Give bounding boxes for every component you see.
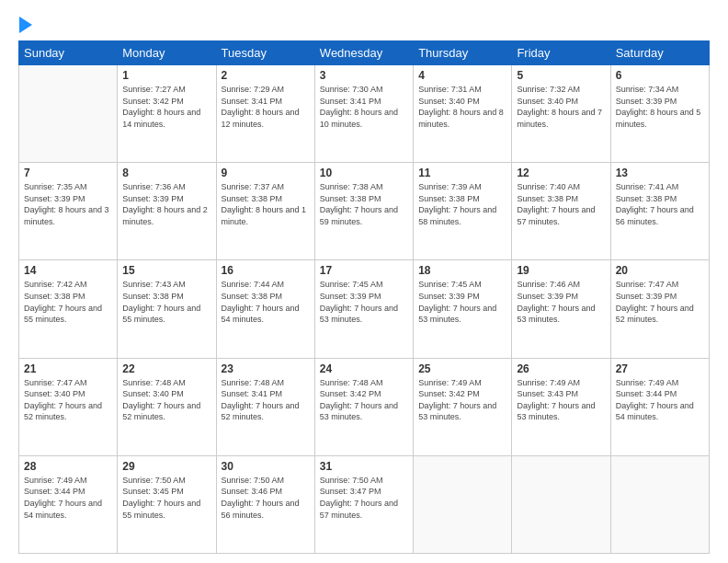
cell-date-number: 7 [24, 167, 112, 179]
cell-info: Sunrise: 7:48 AMSunset: 3:41 PMDaylight:… [222, 377, 310, 423]
cell-date-number: 11 [418, 167, 506, 179]
calendar-cell: 7Sunrise: 7:35 AMSunset: 3:39 PMDaylight… [19, 163, 118, 260]
cell-date-number: 5 [517, 69, 605, 82]
logo [18, 17, 32, 33]
cell-info: Sunrise: 7:46 AMSunset: 3:39 PMDaylight:… [517, 279, 605, 325]
cell-date-number: 17 [320, 264, 408, 277]
cell-info: Sunrise: 7:48 AMSunset: 3:40 PMDaylight:… [122, 377, 210, 423]
cell-date-number: 9 [222, 167, 310, 179]
cell-info: Sunrise: 7:50 AMSunset: 3:47 PMDaylight:… [320, 475, 408, 521]
cell-date-number: 3 [320, 69, 408, 82]
calendar-cell: 27Sunrise: 7:49 AMSunset: 3:44 PMDayligh… [610, 358, 709, 455]
cell-date-number: 26 [517, 362, 605, 375]
cell-info: Sunrise: 7:31 AMSunset: 3:40 PMDaylight:… [418, 84, 506, 130]
cell-date-number: 30 [222, 460, 310, 473]
cell-date-number: 1 [122, 69, 210, 82]
cell-info: Sunrise: 7:35 AMSunset: 3:39 PMDaylight:… [24, 181, 112, 227]
cell-info: Sunrise: 7:40 AMSunset: 3:38 PMDaylight:… [517, 181, 605, 227]
cell-date-number: 13 [616, 167, 704, 179]
calendar-week-2: 14Sunrise: 7:42 AMSunset: 3:38 PMDayligh… [19, 260, 710, 358]
calendar-cell: 31Sunrise: 7:50 AMSunset: 3:47 PMDayligh… [314, 455, 413, 553]
cell-info: Sunrise: 7:42 AMSunset: 3:38 PMDaylight:… [24, 279, 112, 325]
calendar-cell: 20Sunrise: 7:47 AMSunset: 3:39 PMDayligh… [610, 260, 709, 358]
calendar-cell: 5Sunrise: 7:32 AMSunset: 3:40 PMDaylight… [512, 65, 610, 163]
calendar-cell [512, 455, 610, 553]
calendar-cell: 13Sunrise: 7:41 AMSunset: 3:38 PMDayligh… [610, 163, 709, 260]
calendar-cell: 9Sunrise: 7:37 AMSunset: 3:38 PMDaylight… [216, 163, 314, 260]
cell-info: Sunrise: 7:41 AMSunset: 3:38 PMDaylight:… [616, 181, 704, 227]
calendar-week-1: 7Sunrise: 7:35 AMSunset: 3:39 PMDaylight… [19, 163, 710, 260]
weekday-header-thursday: Thursday [414, 41, 512, 65]
cell-date-number: 2 [222, 69, 310, 82]
calendar-header-row: SundayMondayTuesdayWednesdayThursdayFrid… [19, 41, 710, 65]
logo-container [18, 17, 32, 33]
calendar-cell: 14Sunrise: 7:42 AMSunset: 3:38 PMDayligh… [19, 260, 118, 358]
cell-date-number: 15 [122, 264, 210, 277]
calendar-cell: 30Sunrise: 7:50 AMSunset: 3:46 PMDayligh… [216, 455, 314, 553]
cell-date-number: 21 [24, 362, 112, 375]
calendar-cell: 3Sunrise: 7:30 AMSunset: 3:41 PMDaylight… [314, 65, 413, 163]
cell-info: Sunrise: 7:39 AMSunset: 3:38 PMDaylight:… [418, 181, 506, 227]
cell-date-number: 31 [320, 460, 408, 473]
cell-info: Sunrise: 7:47 AMSunset: 3:39 PMDaylight:… [616, 279, 704, 325]
calendar-cell: 2Sunrise: 7:29 AMSunset: 3:41 PMDaylight… [216, 65, 314, 163]
calendar-week-4: 28Sunrise: 7:49 AMSunset: 3:44 PMDayligh… [19, 455, 710, 553]
cell-date-number: 23 [222, 362, 310, 375]
page: SundayMondayTuesdayWednesdayThursdayFrid… [0, 0, 728, 563]
cell-date-number: 14 [24, 264, 112, 277]
cell-info: Sunrise: 7:43 AMSunset: 3:38 PMDaylight:… [122, 279, 210, 325]
calendar-cell: 4Sunrise: 7:31 AMSunset: 3:40 PMDaylight… [414, 65, 512, 163]
cell-date-number: 29 [122, 460, 210, 473]
cell-date-number: 12 [517, 167, 605, 179]
weekday-header-wednesday: Wednesday [314, 41, 413, 65]
calendar-cell: 11Sunrise: 7:39 AMSunset: 3:38 PMDayligh… [414, 163, 512, 260]
cell-info: Sunrise: 7:50 AMSunset: 3:46 PMDaylight:… [222, 475, 310, 521]
cell-info: Sunrise: 7:50 AMSunset: 3:45 PMDaylight:… [122, 475, 210, 521]
cell-info: Sunrise: 7:49 AMSunset: 3:43 PMDaylight:… [517, 377, 605, 423]
logo-arrow-icon [19, 17, 32, 33]
cell-info: Sunrise: 7:29 AMSunset: 3:41 PMDaylight:… [222, 84, 310, 130]
cell-info: Sunrise: 7:47 AMSunset: 3:40 PMDaylight:… [24, 377, 112, 423]
cell-info: Sunrise: 7:49 AMSunset: 3:44 PMDaylight:… [24, 475, 112, 521]
cell-date-number: 28 [24, 460, 112, 473]
cell-date-number: 20 [616, 264, 704, 277]
calendar-cell: 8Sunrise: 7:36 AMSunset: 3:39 PMDaylight… [118, 163, 216, 260]
weekday-header-tuesday: Tuesday [216, 41, 314, 65]
weekday-header-friday: Friday [512, 41, 610, 65]
calendar-cell [414, 455, 512, 553]
cell-date-number: 16 [222, 264, 310, 277]
cell-date-number: 19 [517, 264, 605, 277]
calendar-cell: 22Sunrise: 7:48 AMSunset: 3:40 PMDayligh… [118, 358, 216, 455]
cell-date-number: 22 [122, 362, 210, 375]
cell-date-number: 6 [616, 69, 704, 82]
calendar-cell [19, 65, 118, 163]
calendar-cell: 16Sunrise: 7:44 AMSunset: 3:38 PMDayligh… [216, 260, 314, 358]
calendar-cell: 25Sunrise: 7:49 AMSunset: 3:42 PMDayligh… [414, 358, 512, 455]
weekday-header-monday: Monday [118, 41, 216, 65]
weekday-header-sunday: Sunday [19, 41, 118, 65]
cell-info: Sunrise: 7:37 AMSunset: 3:38 PMDaylight:… [222, 181, 310, 227]
calendar-cell [610, 455, 709, 553]
header [18, 17, 710, 33]
cell-date-number: 18 [418, 264, 506, 277]
cell-info: Sunrise: 7:45 AMSunset: 3:39 PMDaylight:… [320, 279, 408, 325]
calendar-cell: 23Sunrise: 7:48 AMSunset: 3:41 PMDayligh… [216, 358, 314, 455]
cell-date-number: 27 [616, 362, 704, 375]
calendar-cell: 29Sunrise: 7:50 AMSunset: 3:45 PMDayligh… [118, 455, 216, 553]
cell-date-number: 10 [320, 167, 408, 179]
cell-info: Sunrise: 7:49 AMSunset: 3:44 PMDaylight:… [616, 377, 704, 423]
calendar-cell: 6Sunrise: 7:34 AMSunset: 3:39 PMDaylight… [610, 65, 709, 163]
cell-date-number: 8 [122, 167, 210, 179]
calendar-cell: 19Sunrise: 7:46 AMSunset: 3:39 PMDayligh… [512, 260, 610, 358]
cell-info: Sunrise: 7:34 AMSunset: 3:39 PMDaylight:… [616, 84, 704, 130]
calendar-cell: 26Sunrise: 7:49 AMSunset: 3:43 PMDayligh… [512, 358, 610, 455]
cell-info: Sunrise: 7:48 AMSunset: 3:42 PMDaylight:… [320, 377, 408, 423]
cell-date-number: 24 [320, 362, 408, 375]
cell-info: Sunrise: 7:32 AMSunset: 3:40 PMDaylight:… [517, 84, 605, 130]
cell-info: Sunrise: 7:38 AMSunset: 3:38 PMDaylight:… [320, 181, 408, 227]
cell-info: Sunrise: 7:36 AMSunset: 3:39 PMDaylight:… [122, 181, 210, 227]
calendar-week-0: 1Sunrise: 7:27 AMSunset: 3:42 PMDaylight… [19, 65, 710, 163]
cell-info: Sunrise: 7:30 AMSunset: 3:41 PMDaylight:… [320, 84, 408, 130]
calendar-cell: 10Sunrise: 7:38 AMSunset: 3:38 PMDayligh… [314, 163, 413, 260]
calendar-cell: 28Sunrise: 7:49 AMSunset: 3:44 PMDayligh… [19, 455, 118, 553]
